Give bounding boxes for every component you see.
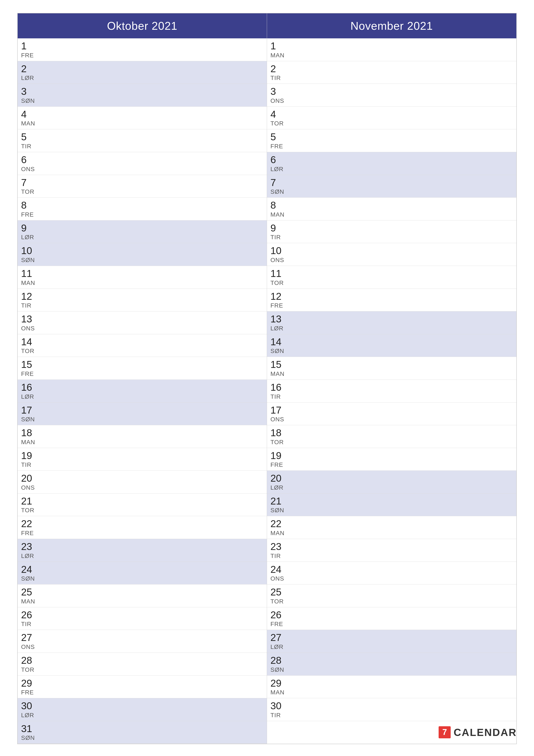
day-name: SØN — [270, 507, 513, 514]
day-name: ONS — [270, 416, 513, 423]
day-number: 20 — [21, 473, 263, 484]
day-number: 2 — [270, 63, 513, 74]
day-name: LØR — [270, 325, 513, 332]
day-name: TOR — [270, 120, 513, 127]
day-number: 1 — [21, 40, 263, 51]
day-row: 8FRE — [18, 198, 267, 221]
day-name: LØR — [21, 393, 263, 400]
day-number: 9 — [270, 223, 513, 233]
day-row: 30LØR — [18, 698, 267, 721]
day-row: 10ONS — [267, 243, 516, 266]
day-number: 6 — [270, 154, 513, 165]
day-row: 9LØR — [18, 221, 267, 243]
day-row: 4TOR — [267, 107, 516, 129]
day-name: SØN — [270, 348, 513, 355]
day-number: 28 — [270, 655, 513, 666]
day-row: 25TOR — [267, 584, 516, 607]
day-number: 8 — [270, 200, 513, 211]
day-row: 8MAN — [267, 198, 516, 221]
day-row: 10SØN — [18, 243, 267, 266]
day-number: 3 — [270, 86, 513, 97]
day-number: 23 — [21, 541, 263, 552]
day-row: 31SØN — [18, 721, 267, 744]
day-name: TOR — [21, 188, 263, 195]
day-row: 22FRE — [18, 516, 267, 539]
day-row: 16TIR — [267, 380, 516, 403]
day-number: 14 — [270, 337, 513, 347]
day-number: 24 — [270, 564, 513, 575]
svg-text:7: 7 — [442, 728, 447, 737]
day-row: 14TOR — [18, 334, 267, 357]
day-number: 30 — [21, 700, 263, 712]
day-name: ONS — [270, 575, 513, 582]
day-name: MAN — [270, 689, 513, 696]
day-number: 5 — [270, 131, 513, 143]
day-row: 13ONS — [18, 311, 267, 334]
day-row: 5TIR — [18, 129, 267, 152]
day-row: 27LØR — [267, 630, 516, 653]
day-row: 18TOR — [267, 425, 516, 448]
footer: 7 CALENDAR — [438, 726, 517, 739]
brand-logo: 7 CALENDAR — [438, 726, 517, 739]
day-name: MAN — [21, 439, 263, 446]
day-number: 25 — [270, 587, 513, 598]
day-row: 29MAN — [267, 676, 516, 698]
day-number: 13 — [21, 313, 263, 325]
day-row: 6LØR — [267, 152, 516, 175]
day-number: 3 — [21, 86, 263, 97]
day-row: 28SØN — [267, 653, 516, 676]
day-name: TOR — [270, 439, 513, 446]
day-name: MAN — [21, 120, 263, 127]
day-row: 11TOR — [267, 266, 516, 289]
day-name: FRE — [21, 211, 263, 218]
day-number: 10 — [21, 245, 263, 256]
day-name: TOR — [21, 348, 263, 355]
day-number: 13 — [270, 313, 513, 325]
day-name: LØR — [21, 234, 263, 241]
day-name: TOR — [270, 598, 513, 605]
day-name: SØN — [21, 97, 263, 104]
day-row: 28TOR — [18, 653, 267, 676]
day-row: 15FRE — [18, 357, 267, 380]
day-number: 22 — [21, 518, 263, 529]
day-name: SØN — [21, 575, 263, 582]
day-number: 10 — [270, 245, 513, 256]
day-number: 18 — [21, 427, 263, 438]
day-number: 17 — [21, 405, 263, 416]
day-name: ONS — [21, 643, 263, 650]
day-row: 25MAN — [18, 584, 267, 607]
day-name: FRE — [21, 52, 263, 59]
calendar-page: Oktober 2021 November 2021 1FRE2LØR3SØN4… — [0, 0, 534, 756]
day-row: 20ONS — [18, 471, 267, 494]
day-row: 21SØN — [267, 494, 516, 516]
day-name: ONS — [21, 325, 263, 332]
day-row: 21TOR — [18, 494, 267, 516]
day-number: 17 — [270, 405, 513, 416]
day-number: 26 — [270, 609, 513, 620]
day-name: TIR — [270, 234, 513, 241]
calendar-logo-icon: 7 — [438, 726, 451, 739]
day-row: 27ONS — [18, 630, 267, 653]
day-number: 6 — [21, 154, 263, 165]
day-row: 22MAN — [267, 516, 516, 539]
day-name: FRE — [270, 302, 513, 309]
day-name: TIR — [270, 553, 513, 559]
day-name: LØR — [270, 484, 513, 491]
day-row: 2LØR — [18, 61, 267, 84]
day-row: 1FRE — [18, 39, 267, 61]
day-row: 20LØR — [267, 471, 516, 494]
day-row: 4MAN — [18, 107, 267, 129]
day-number: 5 — [21, 131, 263, 143]
day-row: 16LØR — [18, 380, 267, 403]
day-name: TIR — [270, 712, 513, 719]
day-number: 27 — [21, 632, 263, 643]
day-number: 30 — [270, 700, 513, 712]
brand-name: CALENDAR — [454, 726, 517, 738]
day-row: 7SØN — [267, 175, 516, 198]
day-name: TIR — [21, 621, 263, 628]
day-row: 26TIR — [18, 607, 267, 630]
day-row: 9TIR — [267, 221, 516, 243]
day-name: SØN — [21, 257, 263, 263]
day-number: 19 — [270, 450, 513, 461]
day-row: 17SØN — [18, 403, 267, 425]
